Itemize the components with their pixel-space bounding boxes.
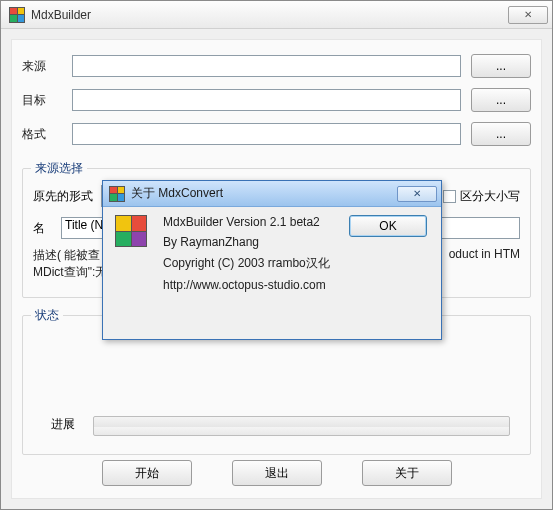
titlebar[interactable]: MdxBuilder ✕ [1, 1, 552, 29]
original-format-label: 原先的形式 [33, 188, 101, 205]
case-checkbox[interactable] [443, 190, 456, 203]
about-button[interactable]: 关于 [362, 460, 452, 486]
source-select-legend: 来源选择 [31, 160, 87, 177]
dialog-line-author: By RaymanZhang [163, 235, 429, 249]
exit-button[interactable]: 退出 [232, 460, 322, 486]
format-browse-button[interactable]: ... [471, 122, 531, 146]
dialog-app-icon [109, 186, 125, 202]
desc-right: oduct in HTM [449, 247, 520, 261]
source-label: 来源 [22, 58, 72, 75]
app-icon [9, 7, 25, 23]
case-label: 区分大小写 [460, 188, 520, 205]
dialog-title: 关于 MdxConvert [131, 185, 397, 202]
bottom-button-row: 开始 退出 关于 [12, 460, 541, 486]
format-input[interactable] [72, 123, 461, 145]
dialog-titlebar[interactable]: 关于 MdxConvert ✕ [103, 181, 441, 207]
format-label: 格式 [22, 126, 72, 143]
name-label: 名 [33, 220, 61, 237]
progress-label: 进展 [51, 416, 75, 433]
mfc-icon [115, 215, 151, 251]
source-browse-button[interactable]: ... [471, 54, 531, 78]
close-icon[interactable]: ✕ [508, 6, 548, 24]
target-label: 目标 [22, 92, 72, 109]
start-button[interactable]: 开始 [102, 460, 192, 486]
source-row: 来源 ... [22, 54, 531, 78]
format-row: 格式 ... [22, 122, 531, 146]
about-dialog: 关于 MdxConvert ✕ MdxBuilder Version 2.1 b… [102, 180, 442, 340]
target-input[interactable] [72, 89, 461, 111]
dialog-line-url: http://www.octopus-studio.com [163, 278, 429, 292]
target-browse-button[interactable]: ... [471, 88, 531, 112]
status-legend: 状态 [31, 307, 63, 324]
progress-bar [93, 416, 510, 436]
source-input[interactable] [72, 55, 461, 77]
target-row: 目标 ... [22, 88, 531, 112]
dialog-ok-button[interactable]: OK [349, 215, 427, 237]
name-value: Title (N [62, 218, 103, 232]
window-title: MdxBuilder [31, 8, 508, 22]
dialog-line-copyright: Copyright (C) 2003 rrambo汉化 [163, 255, 429, 272]
dialog-close-icon[interactable]: ✕ [397, 186, 437, 202]
